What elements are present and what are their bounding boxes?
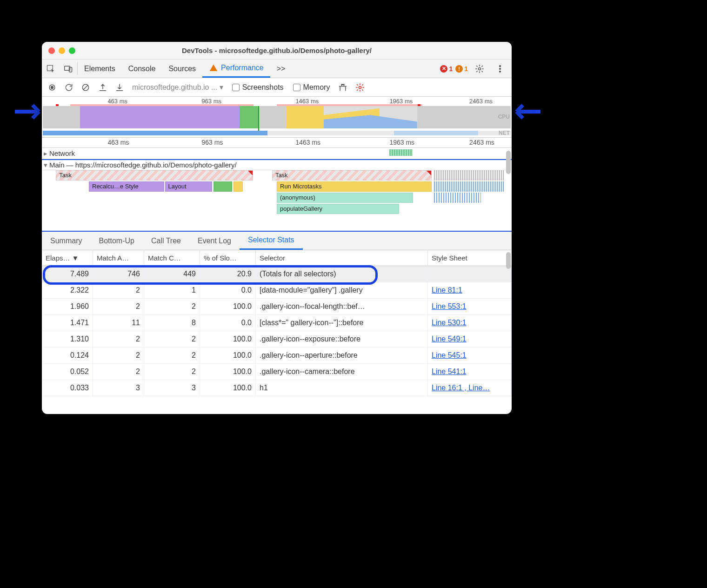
cell-match-c: 2 [144,347,200,363]
sort-desc-icon: ▼ [72,254,79,262]
cell-stylesheet[interactable]: Line 541:1 [428,364,512,380]
cpu-lane-label: CPU [498,114,510,120]
cell-stylesheet[interactable]: Line 16:1 , Line… [428,380,512,396]
flame-populate-gallery[interactable]: populateGallery [277,204,399,214]
table-row[interactable]: 1.4711180.0[class*=" gallery-icon--"]::b… [42,315,512,331]
collapse-icon: ▾ [42,161,49,169]
cell-match-c: 8 [144,315,200,331]
timeline-overview[interactable]: 463 ms 963 ms 1463 ms 1963 ms 2463 ms CP… [42,97,512,138]
col-match-c[interactable]: Match C… [144,250,200,266]
reload-record-button[interactable] [60,79,77,96]
tab-sources[interactable]: Sources [162,60,202,78]
table-row[interactable]: 7.48974644920.9(Totals for all selectors… [42,266,512,282]
clear-button[interactable] [77,79,94,96]
btab-summary[interactable]: Summary [42,232,90,250]
warning-count-badge[interactable]: !1 [455,65,468,73]
tab-console[interactable]: Console [122,60,162,78]
table-header: Elaps…▼ Match A… Match C… % of Slo… Sele… [42,250,512,266]
flame-task[interactable]: Task [56,170,253,180]
inspect-element-button[interactable] [42,60,60,78]
cell-selector: [data-module="gallery"] .gallery [256,282,428,298]
cell-match-c: 3 [144,380,200,396]
download-profile-button[interactable] [111,79,128,96]
col-slow[interactable]: % of Slo… [200,250,256,266]
cell-elapsed: 1.960 [42,299,93,314]
device-toolbar-button[interactable] [60,60,77,78]
flame-layout[interactable]: Layout [165,181,212,192]
cell-match-c: 2 [144,299,200,314]
flame-bars: Task Recalcu…e Style Layout Task Run Mic… [42,170,512,232]
tab-performance[interactable]: Performance [202,60,270,78]
cell-stylesheet[interactable]: Line 545:1 [428,347,512,363]
cell-slow: 20.9 [200,266,256,282]
svg-point-5 [479,67,481,70]
checkbox-icon [232,84,240,91]
cell-slow: 100.0 [200,380,256,396]
performance-toolbar: microsoftedge.github.io ... ▾ Screenshot… [42,78,512,97]
track-main[interactable]: ▾ Main — https://microsoftedge.github.io… [42,159,512,170]
svg-point-12 [359,86,361,88]
screenshots-checkbox[interactable]: Screenshots [227,83,288,92]
flame-scrollbar[interactable] [505,148,512,231]
cell-stylesheet [428,266,512,282]
cell-selector: .gallery-icon--focal-length::bef… [256,299,428,314]
panel-tabstrip: Elements Console Sources Performance >> … [42,60,512,78]
settings-button[interactable] [471,64,488,74]
capture-settings-button[interactable] [352,79,368,96]
cell-stylesheet[interactable]: Line 81:1 [428,282,512,298]
tab-elements[interactable]: Elements [78,60,122,78]
table-row[interactable]: 1.96022100.0.gallery-icon--focal-length:… [42,299,512,315]
flame-run-microtasks[interactable]: Run Microtasks [277,181,432,192]
table-row[interactable]: 1.31022100.0.gallery-icon--exposure::bef… [42,331,512,347]
flame-ruler[interactable]: 463 ms 963 ms 1463 ms 1963 ms 2463 ms [42,138,512,148]
cell-stylesheet[interactable]: Line 530:1 [428,315,512,331]
flame-recalc-style[interactable]: Recalcu…e Style [89,181,164,192]
cell-match-a: 746 [93,266,144,282]
record-button[interactable] [44,79,60,96]
table-row[interactable]: 0.05222100.0.gallery-icon--camera::befor… [42,364,512,380]
col-stylesheet[interactable]: Style Sheet [428,250,512,266]
cell-match-a: 2 [93,364,144,380]
flame-anonymous[interactable]: (anonymous) [277,193,413,203]
table-row[interactable]: 0.03333100.0h1Line 16:1 , Line… [42,380,512,396]
more-menu-button[interactable] [491,64,509,74]
table-row[interactable]: 0.12422100.0.gallery-icon--aperture::bef… [42,347,512,364]
flame-bar[interactable] [233,181,243,192]
overflow-label: >> [277,65,286,73]
btab-selector-stats[interactable]: Selector Stats [240,232,303,250]
cell-elapsed: 7.489 [42,266,93,282]
flame-task[interactable]: Task [272,170,432,180]
cell-match-c: 1 [144,282,200,298]
btab-bottom-up[interactable]: Bottom-Up [90,232,142,250]
col-selector[interactable]: Selector [256,250,428,266]
cell-stylesheet[interactable]: Line 549:1 [428,331,512,347]
error-count-badge[interactable]: ✕1 [440,65,453,73]
col-elapsed[interactable]: Elaps…▼ [42,250,93,266]
checkbox-icon [293,84,300,91]
cell-elapsed: 0.033 [42,380,93,396]
upload-profile-button[interactable] [94,79,111,96]
table-scrollbar[interactable] [505,250,512,414]
memory-checkbox[interactable]: Memory [288,83,335,92]
cell-stylesheet[interactable]: Line 553:1 [428,299,512,314]
btab-call-tree[interactable]: Call Tree [143,232,189,250]
tabs-overflow-button[interactable]: >> [270,60,292,78]
svg-rect-2 [69,67,72,72]
flame-bar[interactable] [213,181,232,192]
btab-event-log[interactable]: Event Log [189,232,240,250]
flame-chart[interactable]: ▸ Network ▾ Main — https://microsoftedge… [42,148,512,232]
cell-elapsed: 0.124 [42,347,93,363]
cell-slow: 100.0 [200,364,256,380]
collect-garbage-button[interactable] [334,79,351,96]
col-match-a[interactable]: Match A… [93,250,144,266]
cell-selector: h1 [256,380,428,396]
target-url-select[interactable]: microsoftedge.github.io ... ▾ [128,83,227,92]
track-network[interactable]: ▸ Network [42,148,512,159]
cell-match-a: 11 [93,315,144,331]
window-title: DevTools - microsoftedge.github.io/Demos… [42,47,512,54]
table-row[interactable]: 2.322210.0[data-module="gallery"] .galle… [42,282,512,299]
network-block [389,149,413,156]
cell-selector: .gallery-icon--aperture::before [256,347,428,363]
cell-slow: 0.0 [200,282,256,298]
svg-rect-3 [213,67,214,69]
